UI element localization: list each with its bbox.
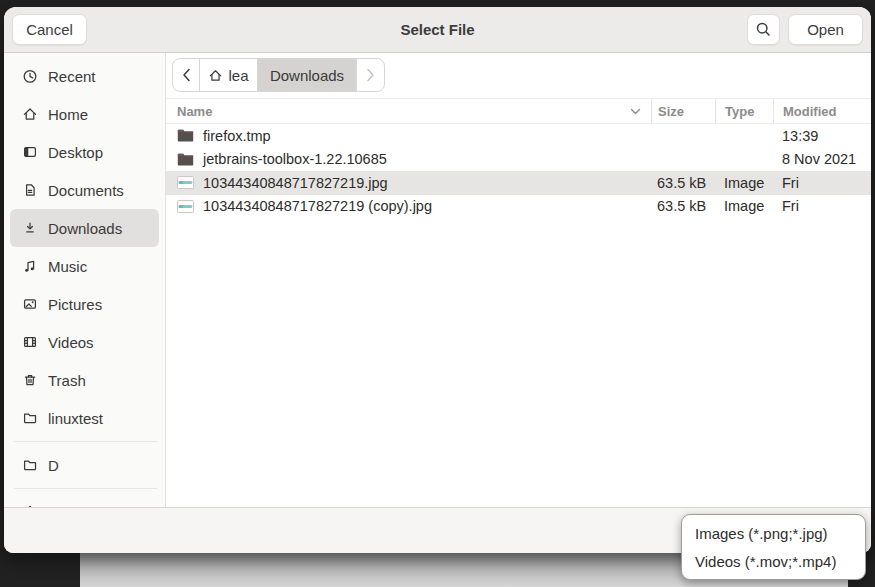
column-header-size[interactable]: Size: [651, 99, 715, 123]
file-name: jetbrains-toolbox-1.22.10685: [203, 151, 387, 167]
path-forward-button[interactable]: [357, 59, 384, 91]
sidebar-divider: [14, 441, 157, 442]
filter-menu-item[interactable]: Images (*.png;*.jpg): [682, 519, 865, 547]
list-column-headers: Name Size Type Modified: [166, 98, 871, 124]
chevron-right-icon: [366, 68, 375, 82]
recent-icon: [22, 68, 38, 84]
downloads-icon: [22, 220, 38, 236]
sidebar-item-label: Home: [48, 106, 88, 123]
sidebar-item-label: Trash: [48, 372, 86, 389]
home-icon: [208, 68, 223, 83]
path-segment-current[interactable]: Downloads: [258, 59, 357, 91]
headerbar: Cancel Select File Open: [4, 7, 871, 53]
documents-icon: [22, 182, 38, 198]
magnifier-icon: [755, 21, 772, 38]
table-row[interactable]: 10344340848717827219 (copy).jpg63.5 kBIm…: [166, 195, 871, 219]
file-name-cell: 10344340848717827219 (copy).jpg: [166, 195, 651, 219]
file-type-cell: Image: [715, 171, 773, 195]
sidebar-item-other-locations[interactable]: Other Locations: [10, 493, 159, 507]
file-type-cell: [715, 148, 773, 172]
sidebar-item-pictures[interactable]: Pictures: [10, 285, 159, 323]
path-segment-home[interactable]: lea: [200, 59, 258, 91]
open-button[interactable]: Open: [788, 14, 863, 45]
column-header-type[interactable]: Type: [715, 99, 773, 123]
path-back-button[interactable]: [173, 59, 200, 91]
image-thumbnail-icon: [177, 176, 194, 189]
sidebar-item-documents[interactable]: Documents: [10, 171, 159, 209]
file-type-cell: Image: [715, 195, 773, 219]
sidebar-item-d[interactable]: D: [10, 446, 159, 484]
pictures-icon: [22, 296, 38, 312]
sidebar-item-label: Videos: [48, 334, 94, 351]
home-icon: [22, 106, 38, 122]
file-name: 10344340848717827219 (copy).jpg: [203, 198, 432, 214]
sidebar-item-label: Recent: [48, 68, 96, 85]
column-name-label: Name: [177, 104, 212, 119]
table-row[interactable]: firefox.tmp13:39: [166, 124, 871, 148]
pathbar: lea Downloads: [172, 58, 385, 92]
desktop-icon: [22, 144, 38, 160]
file-type-cell: [715, 124, 773, 148]
file-name-cell: jetbrains-toolbox-1.22.10685: [166, 148, 651, 172]
sidebar-item-recent[interactable]: Recent: [10, 57, 159, 95]
sidebar-item-videos[interactable]: Videos: [10, 323, 159, 361]
trash-icon: [22, 372, 38, 388]
file-filter-menu: Images (*.png;*.jpg)Videos (*.mov;*.mp4): [681, 514, 866, 580]
folder-icon: [177, 153, 194, 166]
sidebar-item-linuxtest[interactable]: linuxtest: [10, 399, 159, 437]
sidebar-item-label: Downloads: [48, 220, 122, 237]
headerbar-right-group: Open: [747, 14, 863, 45]
file-name-cell: firefox.tmp: [166, 124, 651, 148]
file-size-cell: 63.5 kB: [651, 195, 715, 219]
sidebar-item-label: Documents: [48, 182, 124, 199]
table-row[interactable]: 10344340848717827219.jpg63.5 kBImageFri: [166, 171, 871, 195]
file-modified-cell: 8 Nov 2021: [773, 148, 871, 172]
sidebar-divider: [14, 488, 157, 489]
file-modified-cell: 13:39: [773, 124, 871, 148]
file-browser-content: lea Downloads Name Size Type: [166, 53, 871, 507]
file-name: firefox.tmp: [203, 128, 271, 144]
folder-icon: [22, 410, 38, 426]
cancel-button[interactable]: Cancel: [12, 14, 87, 45]
path-segment-label: lea: [228, 67, 248, 84]
sidebar-item-music[interactable]: Music: [10, 247, 159, 285]
image-thumbnail-icon: [177, 200, 194, 213]
file-modified-cell: Fri: [773, 195, 871, 219]
sidebar-item-desktop[interactable]: Desktop: [10, 133, 159, 171]
folder-icon: [22, 457, 38, 473]
sidebar-item-label: Pictures: [48, 296, 102, 313]
file-name: 10344340848717827219.jpg: [203, 175, 388, 191]
file-name-cell: 10344340848717827219.jpg: [166, 171, 651, 195]
table-row[interactable]: jetbrains-toolbox-1.22.106858 Nov 2021: [166, 148, 871, 172]
column-header-name[interactable]: Name: [166, 99, 651, 123]
file-size-cell: [651, 148, 715, 172]
sidebar-item-trash[interactable]: Trash: [10, 361, 159, 399]
column-header-modified[interactable]: Modified: [773, 99, 871, 123]
sidebar-item-label: D: [48, 457, 59, 474]
file-size-cell: 63.5 kB: [651, 171, 715, 195]
sidebar-item-home[interactable]: Home: [10, 95, 159, 133]
folder-icon: [177, 129, 194, 142]
chevron-left-icon: [182, 68, 191, 82]
filter-menu-item[interactable]: Videos (*.mov;*.mp4): [682, 547, 865, 575]
search-button[interactable]: [747, 14, 780, 45]
sidebar-item-label: Desktop: [48, 144, 103, 161]
sidebar: RecentHomeDesktopDocumentsDownloadsMusic…: [4, 53, 166, 507]
sidebar-item-label: linuxtest: [48, 410, 103, 427]
videos-icon: [22, 334, 38, 350]
file-list-rows: firefox.tmp13:39jetbrains-toolbox-1.22.1…: [166, 124, 871, 218]
music-icon: [22, 258, 38, 274]
screen: Cancel Select File Open RecentHomeDeskto…: [0, 0, 875, 587]
sidebar-item-label: Music: [48, 258, 87, 275]
file-modified-cell: Fri: [773, 171, 871, 195]
file-size-cell: [651, 124, 715, 148]
dialog-title: Select File: [400, 21, 474, 38]
file-chooser-dialog: Cancel Select File Open RecentHomeDeskto…: [4, 7, 871, 553]
sidebar-item-downloads[interactable]: Downloads: [10, 209, 159, 247]
sort-chevron-down-icon: [630, 108, 641, 115]
